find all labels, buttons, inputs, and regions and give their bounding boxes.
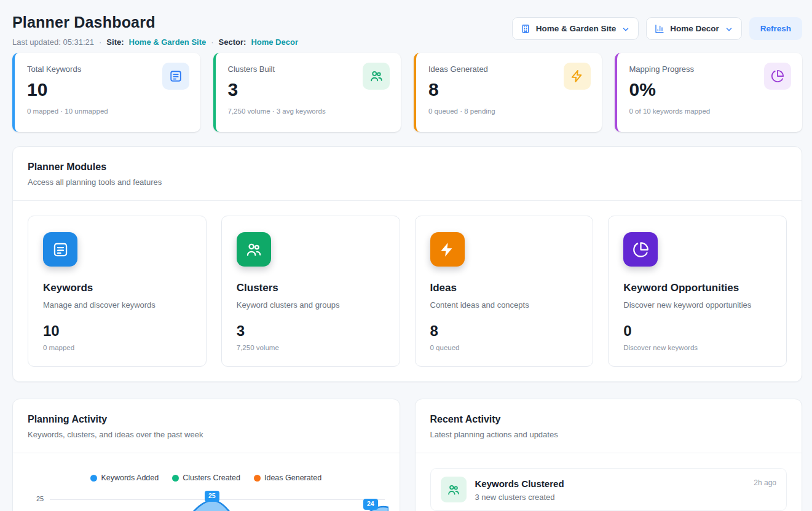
header-controls: Home & Garden Site Home Decor Refresh [512,17,802,40]
pie-chart-icon [623,232,658,267]
data-point-label: 24 [363,499,378,510]
sector-link[interactable]: Home Decor [251,37,298,47]
sector-selector-value: Home Decor [670,24,719,33]
users-icon [237,232,271,267]
legend-dot-orange [254,475,261,482]
planning-activity-panel: Planning Activity Keywords, clusters, an… [12,399,400,511]
modules-header: Planner Modules Access all planning tool… [13,147,802,200]
module-value: 3 [237,322,385,340]
site-selector-dropdown[interactable]: Home & Garden Site [512,17,639,40]
modules-subtitle: Access all planning tools and features [28,177,787,187]
users-icon [441,477,467,502]
stat-card-mapping-progress: Mapping Progress 0% 0 of 10 keywords map… [615,53,803,132]
module-value: 0 [623,322,771,340]
legend-dot-blue [90,475,97,482]
meta-separator: · [99,37,101,47]
page-title: Planner Dashboard [12,14,298,31]
site-link[interactable]: Home & Garden Site [129,37,207,47]
module-description: Keyword clusters and groups [237,300,385,310]
module-card-keywords[interactable]: Keywords Manage and discover keywords 10… [28,216,207,367]
activity-item-timestamp: 2h ago [754,478,776,487]
activity-item-title: Keywords Clustered [475,478,746,489]
users-icon [363,63,390,90]
stats-row: Total Keywords 10 0 mapped · 10 unmapped… [12,53,802,132]
meta-separator: · [211,37,213,47]
sector-label: Sector: [219,37,246,47]
module-card-ideas[interactable]: Ideas Content ideas and concepts 8 0 que… [415,216,594,367]
module-title: Ideas [430,282,578,294]
refresh-button[interactable]: Refresh [749,17,802,40]
module-value: 8 [430,322,578,340]
stat-sub: 0 of 10 keywords mapped [629,107,790,115]
legend-label: Ideas Generated [264,474,321,482]
data-point-label: 25 [205,491,219,502]
legend-item-ideas-generated: Ideas Generated [254,474,321,482]
module-value: 10 [43,322,191,340]
recent-activity-subtitle: Latest planning actions and updates [430,430,787,439]
legend-label: Keywords Added [101,474,159,482]
planning-activity-chart: 25 25 24 [28,487,385,511]
bottom-grid: Planning Activity Keywords, clusters, an… [12,399,802,511]
activity-item-keywords-clustered: Keywords Clustered 3 new clusters create… [430,468,787,511]
module-sub: 0 mapped [43,344,191,351]
document-icon [162,63,189,90]
recent-activity-title: Recent Activity [430,414,787,425]
stat-sub: 0 mapped · 10 unmapped [27,107,188,115]
sector-selector-dropdown[interactable]: Home Decor [646,17,742,40]
page-meta: Last updated: 05:31:21 · Site: Home & Ga… [12,37,298,47]
planning-activity-subtitle: Keywords, clusters, and ideas over the p… [28,430,385,439]
activity-item-description: 3 new clusters created [475,493,746,502]
site-label: Site: [106,37,124,47]
recent-activity-panel: Recent Activity Latest planning actions … [415,399,803,511]
stat-card-total-keywords: Total Keywords 10 0 mapped · 10 unmapped [12,53,200,132]
planning-activity-title: Planning Activity [28,414,385,425]
header-left: Planner Dashboard Last updated: 05:31:21… [12,14,298,47]
modules-grid: Keywords Manage and discover keywords 10… [13,201,802,381]
legend-dot-green [172,475,179,482]
module-sub: 7,250 volume [237,344,385,351]
divider [13,453,400,453]
site-selector-value: Home & Garden Site [536,24,617,33]
module-card-keyword-opportunities[interactable]: Keyword Opportunities Discover new keywo… [608,216,787,367]
planner-dashboard-page: Planner Dashboard Last updated: 05:31:21… [0,0,812,511]
module-description: Content ideas and concepts [430,300,578,310]
page-header: Planner Dashboard Last updated: 05:31:21… [0,0,812,47]
chevron-down-icon [621,25,630,33]
recent-activity-header: Recent Activity Latest planning actions … [416,399,802,453]
stat-sub: 0 queued · 8 pending [428,107,589,115]
legend-item-keywords-added: Keywords Added [90,474,159,482]
chevron-down-icon [725,25,733,33]
module-sub: Discover new keywords [623,344,771,351]
stat-sub: 7,250 volume · 3 avg keywords [228,107,389,115]
module-description: Manage and discover keywords [43,300,191,310]
activity-list: Keywords Clustered 3 new clusters create… [416,453,802,511]
document-icon [43,232,77,267]
lightning-icon [430,232,465,267]
module-sub: 0 queued [430,344,578,351]
legend-label: Clusters Created [183,474,240,482]
module-title: Keywords [43,282,191,294]
last-updated-text: Last updated: 05:31:21 [12,37,94,47]
stat-card-ideas-generated: Ideas Generated 8 0 queued · 8 pending [414,53,602,132]
module-description: Discover new keyword opportunities [623,300,771,310]
chart-legend: Keywords Added Clusters Created Ideas Ge… [13,474,400,482]
modules-title: Planner Modules [28,162,787,173]
module-title: Clusters [237,282,385,294]
legend-item-clusters-created: Clusters Created [172,474,240,482]
planning-activity-header: Planning Activity Keywords, clusters, an… [13,399,400,453]
lightning-icon [564,63,591,90]
bar-chart-icon [655,24,664,34]
stat-card-clusters-built: Clusters Built 3 7,250 volume · 3 avg ke… [213,53,401,132]
planner-modules-panel: Planner Modules Access all planning tool… [12,146,802,382]
building-icon [521,24,530,34]
pie-chart-icon [764,63,791,90]
module-card-clusters[interactable]: Clusters Keyword clusters and groups 3 7… [221,216,400,367]
y-axis-tick: 25 [36,495,44,502]
module-title: Keyword Opportunities [623,282,771,294]
activity-item-content: Keywords Clustered 3 new clusters create… [475,477,746,502]
